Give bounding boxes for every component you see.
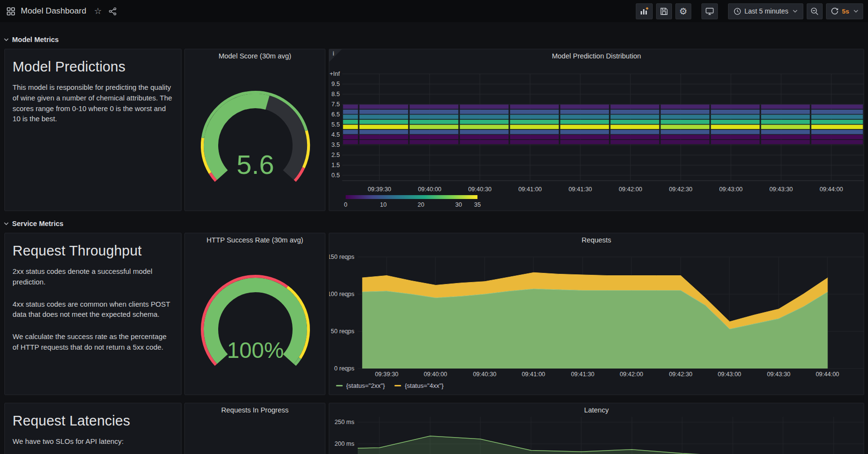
panel-title[interactable]: Model Score (30m avg) — [185, 49, 325, 63]
section-service-metrics[interactable]: Service Metrics — [4, 218, 63, 229]
svg-text:1.5: 1.5 — [332, 162, 340, 169]
chevron-down-icon — [4, 38, 9, 41]
http-success-rate-gauge[interactable]: 100% — [185, 247, 326, 396]
text-panel-body: This model is responsible for predicting… — [13, 83, 173, 125]
legend-item-4xx[interactable]: {status="4xx"} — [394, 382, 443, 389]
svg-text:6.5: 6.5 — [332, 111, 340, 118]
panel-title[interactable]: Model Prediction Distribution — [329, 49, 864, 63]
svg-text:09:40:30: 09:40:30 — [468, 186, 492, 193]
svg-text:100 reqps: 100 reqps — [329, 291, 354, 298]
grafana-dashboard: Model Dashboard ☆ — [0, 0, 868, 454]
refresh-interval-dropdown[interactable]: 5s — [842, 8, 849, 15]
svg-text:09:41:00: 09:41:00 — [522, 371, 546, 378]
svg-text:09:42:30: 09:42:30 — [669, 371, 693, 378]
time-range-label: Last 5 minutes — [744, 7, 788, 15]
zoom-out-button[interactable] — [807, 3, 823, 19]
save-dashboard-button[interactable] — [656, 3, 672, 19]
svg-text:09:40:30: 09:40:30 — [473, 371, 497, 378]
svg-text:09:40:00: 09:40:00 — [424, 371, 448, 378]
svg-text:09:44:00: 09:44:00 — [816, 371, 840, 378]
svg-text:09:44:00: 09:44:00 — [820, 186, 843, 193]
section-label: Service Metrics — [12, 220, 63, 227]
svg-text:5.6: 5.6 — [237, 149, 274, 180]
svg-text:50 reqps: 50 reqps — [331, 328, 354, 335]
svg-text:09:39:30: 09:39:30 — [375, 371, 399, 378]
svg-text:35: 35 — [474, 201, 481, 208]
panel-request-latencies: Request Latencies We have two SLOs for A… — [4, 403, 182, 454]
svg-text:150 reqps: 150 reqps — [329, 254, 354, 260]
chevron-down-icon — [4, 222, 9, 225]
share-button[interactable] — [108, 6, 118, 16]
svg-text:200 ms: 200 ms — [335, 440, 354, 447]
svg-text:2.5: 2.5 — [332, 152, 340, 158]
series-swatch — [336, 385, 343, 386]
prediction-distribution-heatmap[interactable]: +Inf9.58.57.56.55.54.53.52.51.50.509:39:… — [329, 63, 865, 212]
dashboard-apps-icon — [6, 6, 16, 16]
svg-text:09:43:30: 09:43:30 — [770, 186, 793, 193]
svg-text:09:42:00: 09:42:00 — [619, 186, 643, 193]
svg-text:09:41:30: 09:41:30 — [569, 186, 592, 193]
text-panel-paragraph: 4xx status codes are common when clients… — [13, 299, 173, 321]
refresh-icon — [831, 7, 839, 15]
gear-icon: ⚙ — [679, 6, 687, 17]
dashboard-title[interactable]: Model Dashboard — [21, 6, 86, 16]
svg-text:09:42:00: 09:42:00 — [620, 371, 644, 378]
panel-title[interactable]: HTTP Success Rate (30m avg) — [185, 233, 325, 247]
svg-text:0 reqps: 0 reqps — [334, 365, 354, 372]
panel-title[interactable]: Requests — [329, 233, 864, 247]
section-model-metrics[interactable]: Model Metrics — [4, 34, 59, 45]
section-label: Model Metrics — [12, 36, 59, 43]
svg-text:3.5: 3.5 — [332, 142, 340, 148]
svg-text:10: 10 — [380, 201, 387, 208]
svg-text:09:41:30: 09:41:30 — [571, 371, 595, 378]
text-panel-heading: Request Throughput — [13, 243, 173, 259]
svg-text:250 ms: 250 ms — [335, 419, 354, 426]
panel-latency: Latency 250 ms200 ms — [329, 403, 864, 454]
text-panel-paragraph: 2xx status codes denote a successful mod… — [13, 267, 173, 288]
svg-text:20: 20 — [418, 201, 424, 208]
refresh-button[interactable]: 5s — [826, 3, 863, 19]
time-range-picker[interactable]: Last 5 minutes — [728, 3, 803, 19]
svg-text:09:39:30: 09:39:30 — [368, 186, 392, 193]
svg-text:8.5: 8.5 — [332, 91, 340, 98]
svg-text:+Inf: +Inf — [330, 71, 340, 77]
svg-text:09:41:00: 09:41:00 — [518, 186, 542, 193]
text-panel-paragraph: We calculate the success rate as the per… — [13, 332, 173, 353]
svg-text:5.5: 5.5 — [332, 121, 340, 128]
clock-icon — [734, 8, 741, 15]
text-panel-heading: Request Latencies — [13, 413, 173, 429]
star-button[interactable]: ☆ — [93, 6, 103, 16]
panel-prediction-heatmap: i Model Prediction Distribution +Inf9.58… — [329, 49, 864, 211]
svg-text:0.5: 0.5 — [332, 172, 340, 179]
svg-text:100%: 100% — [227, 338, 284, 363]
svg-text:30: 30 — [455, 201, 462, 208]
panel-requests: Requests 150 reqps100 reqps50 reqps0 req… — [329, 233, 864, 395]
series-swatch — [394, 385, 401, 386]
chevron-down-icon — [793, 10, 798, 13]
svg-text:09:43:00: 09:43:00 — [718, 371, 742, 378]
magnifier-minus-icon — [811, 7, 819, 15]
latency-line-chart[interactable]: 250 ms200 ms — [329, 417, 865, 454]
svg-text:09:40:00: 09:40:00 — [418, 186, 442, 193]
add-panel-button[interactable] — [636, 3, 653, 19]
legend-item-2xx[interactable]: {status="2xx"} — [336, 382, 385, 389]
panel-request-throughput: Request Throughput 2xx status codes deno… — [4, 233, 182, 395]
nav-bar: Model Dashboard ☆ — [0, 0, 868, 22]
svg-text:09:43:30: 09:43:30 — [767, 371, 791, 378]
panel-http-success-rate: HTTP Success Rate (30m avg) 100% — [184, 233, 325, 395]
svg-text:0: 0 — [344, 201, 348, 208]
cycle-view-mode-button[interactable] — [701, 3, 718, 19]
text-panel-intro: We have two SLOs for API latency: — [13, 437, 173, 447]
svg-text:4.5: 4.5 — [332, 131, 340, 138]
dashboard-settings-button[interactable]: ⚙ — [675, 3, 691, 19]
chevron-down-icon — [854, 10, 858, 13]
panel-title[interactable]: Requests In Progress — [185, 403, 325, 417]
svg-text:7.5: 7.5 — [332, 101, 340, 108]
requests-legend: {status="2xx"} {status="4xx"} — [336, 382, 444, 389]
requests-area-chart[interactable]: 150 reqps100 reqps50 reqps0 reqps09:39:3… — [329, 247, 865, 382]
panel-model-score: Model Score (30m avg) 5.6 — [184, 49, 325, 211]
svg-text:09:42:30: 09:42:30 — [669, 186, 693, 193]
panel-title[interactable]: Latency — [329, 403, 864, 417]
svg-text:09:43:00: 09:43:00 — [719, 186, 743, 193]
model-score-gauge[interactable]: 5.6 — [185, 63, 326, 212]
